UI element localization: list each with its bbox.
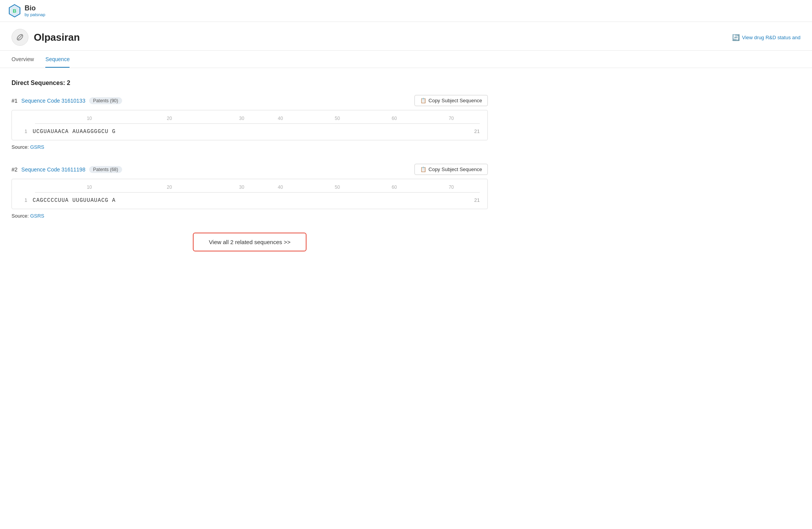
ruler-1-50: 50: [309, 116, 366, 121]
refresh-icon: 🔄: [732, 34, 740, 41]
ruler-2-20: 20: [115, 185, 187, 190]
ruler-2-10: 10: [35, 185, 115, 190]
logo-icon: B: [8, 4, 22, 18]
ruler-1-40: 40: [252, 116, 309, 121]
seq-2-badge[interactable]: Patents (68): [89, 166, 122, 173]
seq-1-source-link[interactable]: GSRS: [30, 144, 44, 150]
drug-title-area: Olpasiran: [12, 29, 80, 46]
logo-text: Bio by patsnap: [25, 5, 45, 17]
svg-text:B: B: [13, 8, 16, 14]
seq-1-source: Source: GSRS: [12, 144, 488, 150]
drug-icon: [12, 29, 28, 46]
drug-action-text: View drug R&D status and: [742, 35, 800, 40]
seq-2-source: Source: GSRS: [12, 213, 488, 219]
drug-name: Olpasiran: [34, 32, 80, 43]
seq-1-copy-button[interactable]: 📋 Copy Subject Sequence: [414, 95, 488, 106]
sequence-entry-1: #1 Sequence Code 31610133 Patents (90) 📋…: [12, 95, 488, 150]
copy-icon: 📋: [420, 98, 426, 103]
seq-2-end-num: 21: [474, 197, 480, 203]
ruler-1-70: 70: [423, 116, 480, 121]
seq-1-number: #1: [12, 98, 18, 104]
sequence-entry-2-header: #2 Sequence Code 31611198 Patents (68) 📋…: [12, 164, 488, 175]
ruler-2-70: 70: [423, 185, 480, 190]
ruler-1-30: 30: [187, 116, 252, 121]
view-all-container: View all 2 related sequences >>: [12, 233, 488, 251]
copy-icon-2: 📋: [420, 166, 426, 172]
ruler-1-60: 60: [366, 116, 423, 121]
ruler-2-30: 30: [187, 185, 252, 190]
ruler-2-50: 50: [309, 185, 366, 190]
tabs-bar: Overview Sequence: [0, 51, 812, 68]
seq-2-code-link[interactable]: Sequence Code 31611198: [22, 166, 86, 173]
seq-2-ruler: 10 20 30 40 50 60 70: [20, 185, 480, 193]
ruler-1-20: 20: [115, 116, 187, 121]
logo-byline: by patsnap: [25, 12, 45, 17]
logo-area: B Bio by patsnap: [8, 4, 45, 18]
seq-2-line-num: 1: [20, 197, 27, 203]
seq-1-data-row: 1 UCGUAUAACA AUAAGGGGCU G 21: [20, 125, 480, 135]
sequence-entry-1-header: #1 Sequence Code 31610133 Patents (90) 📋…: [12, 95, 488, 106]
top-bar: B Bio by patsnap: [0, 0, 812, 22]
drug-header: Olpasiran 🔄 View drug R&D status and: [0, 22, 812, 51]
sequence-entry-2: #2 Sequence Code 31611198 Patents (68) 📋…: [12, 164, 488, 219]
seq-1-badge[interactable]: Patents (90): [89, 97, 122, 104]
seq-2-data-row: 1 CAGCCCCUUA UUGUUAUACG A 21: [20, 193, 480, 203]
section-heading: Direct Sequences: 2: [12, 80, 488, 87]
seq-1-chars: UCGUAUAACA AUAAGGGGCU G: [33, 128, 469, 135]
seq-2-chars: CAGCCCCUUA UUGUUAUACG A: [33, 197, 469, 203]
tab-sequence[interactable]: Sequence: [45, 51, 70, 68]
ruler-2-40: 40: [252, 185, 309, 190]
sequence-entry-1-left: #1 Sequence Code 31610133 Patents (90): [12, 97, 122, 104]
seq-1-box: 10 20 30 40 50 60 70 1 UCGUAUAACA AUAAGG…: [12, 110, 488, 140]
logo-bio: Bio: [25, 5, 45, 12]
seq-1-ruler: 10 20 30 40 50 60 70: [20, 116, 480, 124]
ruler-1-10: 10: [35, 116, 115, 121]
ruler-2-60: 60: [366, 185, 423, 190]
sequence-entry-2-left: #2 Sequence Code 31611198 Patents (68): [12, 166, 122, 173]
seq-2-box: 10 20 30 40 50 60 70 1 CAGCCCCUUA UUGUUA…: [12, 179, 488, 209]
seq-2-copy-button[interactable]: 📋 Copy Subject Sequence: [414, 164, 488, 175]
drug-action-link[interactable]: 🔄 View drug R&D status and: [732, 34, 800, 41]
seq-1-end-num: 21: [474, 128, 480, 134]
seq-2-source-link[interactable]: GSRS: [30, 213, 44, 219]
main-content: Direct Sequences: 2 #1 Sequence Code 316…: [0, 68, 499, 267]
view-all-button[interactable]: View all 2 related sequences >>: [193, 233, 307, 251]
seq-2-number: #2: [12, 166, 18, 173]
seq-1-line-num: 1: [20, 128, 27, 134]
tab-overview[interactable]: Overview: [12, 51, 34, 68]
seq-1-code-link[interactable]: Sequence Code 31610133: [22, 98, 86, 104]
